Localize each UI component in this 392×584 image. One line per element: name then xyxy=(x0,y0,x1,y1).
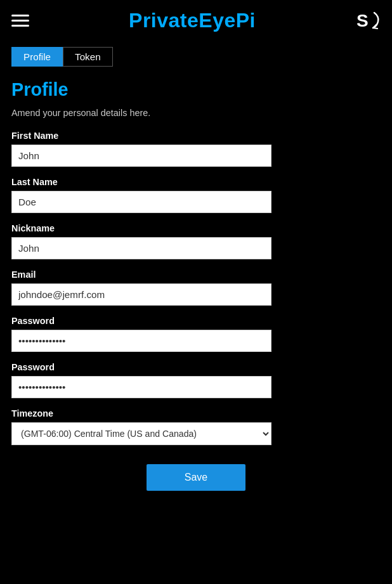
nickname-input[interactable] xyxy=(11,237,271,259)
email-input[interactable] xyxy=(11,283,271,306)
nickname-label: Nickname xyxy=(11,223,381,233)
first-name-label: First Name xyxy=(11,131,381,141)
logo-icon: S xyxy=(355,8,381,33)
tab-token[interactable]: Token xyxy=(63,47,113,67)
page-title: Profile xyxy=(11,79,381,100)
tabs: Profile Token xyxy=(0,41,392,67)
password-confirm-group: Password xyxy=(11,362,381,398)
password-confirm-label: Password xyxy=(11,362,381,372)
page-subtitle: Amend your personal details here. xyxy=(11,108,381,118)
last-name-input[interactable] xyxy=(11,191,271,213)
tab-profile[interactable]: Profile xyxy=(11,47,63,67)
menu-icon[interactable] xyxy=(11,15,29,27)
password-input[interactable] xyxy=(11,330,271,352)
save-button[interactable]: Save xyxy=(147,464,245,491)
password-label: Password xyxy=(11,316,381,326)
save-button-container: Save xyxy=(11,464,381,491)
email-label: Email xyxy=(11,269,381,280)
app-title: PrivateEyePi xyxy=(129,9,256,32)
timezone-group: Timezone (GMT-12:00) International Date … xyxy=(11,408,381,445)
password-group: Password xyxy=(11,316,381,352)
main-content: Profile Amend your personal details here… xyxy=(0,67,392,503)
timezone-select[interactable]: (GMT-12:00) International Date Line West… xyxy=(11,422,271,445)
nickname-group: Nickname xyxy=(11,223,381,259)
email-group: Email xyxy=(11,269,381,306)
last-name-group: Last Name xyxy=(11,177,381,213)
timezone-label: Timezone xyxy=(11,408,381,419)
header: PrivateEyePi S xyxy=(0,0,392,41)
password-confirm-input[interactable] xyxy=(11,376,271,398)
profile-form: First Name Last Name Nickname Email Pass… xyxy=(11,131,381,491)
first-name-input[interactable] xyxy=(11,145,271,167)
svg-text:S: S xyxy=(356,11,369,30)
last-name-label: Last Name xyxy=(11,177,381,187)
first-name-group: First Name xyxy=(11,131,381,167)
